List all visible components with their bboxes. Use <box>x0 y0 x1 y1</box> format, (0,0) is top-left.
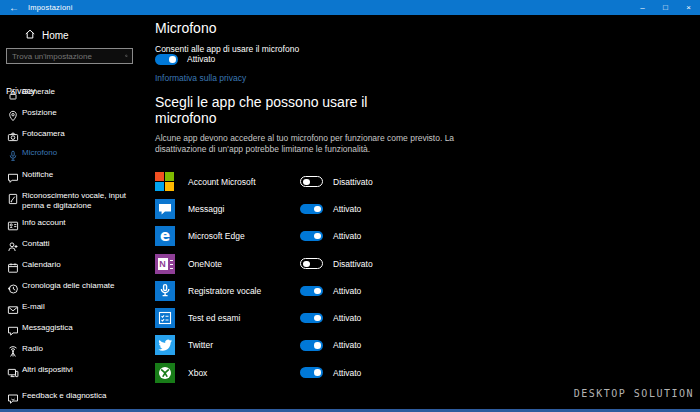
app-row-messaggi: Messaggi Attivato <box>155 195 575 222</box>
account-badge-icon <box>7 218 19 230</box>
titlebar: ← Impostazioni – □ × <box>0 0 700 15</box>
close-button[interactable]: × <box>677 0 700 15</box>
edge-browser-icon: e <box>155 226 175 246</box>
pen-tablet-icon <box>7 191 19 203</box>
take-a-test-icon <box>155 308 175 328</box>
master-toggle-label: Consenti alle app di usare il microfono <box>155 44 299 54</box>
messaging-app-icon <box>155 199 175 219</box>
sidebar-item-info-account[interactable]: Info account <box>0 218 152 228</box>
main-content: Microfono Consenti alle app di usare il … <box>155 15 695 412</box>
contacts-icon <box>7 239 19 251</box>
window-title: Impostazioni <box>28 3 73 12</box>
app-row-twitter: Twitter Attivato <box>155 332 575 359</box>
microphone-icon <box>7 148 19 160</box>
app-row-registratore-vocale: Registratore vocale Attivato <box>155 277 575 304</box>
toggle-microsoft-edge[interactable] <box>300 231 323 242</box>
sidebar-item-altri-dispositivi[interactable]: Altri dispositivi <box>0 365 152 375</box>
onenote-icon: N <box>155 254 175 274</box>
app-row-microsoft-edge: e Microsoft Edge Attivato <box>155 223 575 250</box>
back-button[interactable]: ← <box>0 0 28 15</box>
location-icon <box>7 108 19 120</box>
master-toggle-state: Attivato <box>187 54 215 64</box>
apps-section-description: Alcune app devono accedere al tuo microf… <box>155 133 463 156</box>
email-icon <box>7 302 19 314</box>
lock-icon <box>7 87 19 99</box>
microphone-master-toggle[interactable] <box>155 54 178 65</box>
sidebar: Home Privacy Generale Posizione Fotocame… <box>0 15 152 412</box>
sidebar-item-contatti[interactable]: Contatti <box>0 239 152 249</box>
search-icon <box>125 51 128 61</box>
toggle-twitter[interactable] <box>300 340 323 351</box>
watermark: DESKTOP SOLUTION <box>574 388 694 399</box>
xbox-icon <box>155 363 175 383</box>
settings-window: ← Impostazioni – □ × Home Privacy Genera… <box>0 0 700 412</box>
voice-recorder-icon <box>155 281 175 301</box>
twitter-icon <box>155 335 175 355</box>
toggle-messaggi[interactable] <box>300 204 323 215</box>
app-row-account-microsoft: Account Microsoft Disattivato <box>155 168 575 195</box>
toggle-account-microsoft[interactable] <box>300 176 323 187</box>
page-title: Microfono <box>155 20 216 36</box>
sidebar-item-posizione[interactable]: Posizione <box>0 108 152 118</box>
toggle-registratore-vocale[interactable] <box>300 286 323 297</box>
maximize-button[interactable]: □ <box>654 0 677 15</box>
home-label: Home <box>42 30 69 41</box>
sidebar-item-riconoscimento-vocale[interactable]: Riconoscimento vocale, input penna e dig… <box>0 191 152 212</box>
sidebar-item-email[interactable]: E-mail <box>0 302 152 312</box>
notifications-icon <box>7 170 19 182</box>
sidebar-item-generale[interactable]: Generale <box>0 87 152 97</box>
microsoft-logo-icon <box>155 172 175 192</box>
sidebar-item-cronologia-chiamate[interactable]: Cronologia delle chiamate <box>0 281 152 291</box>
camera-icon <box>7 129 19 141</box>
app-list: Account Microsoft Disattivato Messaggi A… <box>155 168 575 386</box>
apps-section-title: Scegli le app che possono usare il micro… <box>155 94 405 126</box>
app-row-xbox: Xbox Attivato <box>155 359 575 386</box>
calendar-icon <box>7 260 19 272</box>
devices-icon <box>7 365 19 377</box>
sidebar-item-calendario[interactable]: Calendario <box>0 260 152 270</box>
feedback-icon <box>7 391 19 403</box>
messaging-icon <box>7 323 19 335</box>
sidebar-item-radio[interactable]: Radio <box>0 344 152 354</box>
sidebar-item-messaggistica[interactable]: Messaggistica <box>0 323 152 333</box>
sidebar-item-feedback[interactable]: Feedback e diagnostica <box>0 391 152 401</box>
home-icon <box>24 28 36 42</box>
sidebar-item-notifiche[interactable]: Notifiche <box>0 170 152 180</box>
search-box <box>6 48 133 64</box>
toggle-onenote[interactable] <box>300 258 323 269</box>
toggle-xbox[interactable] <box>300 367 323 378</box>
sidebar-item-microfono[interactable]: Microfono <box>0 148 152 158</box>
minimize-button[interactable]: – <box>631 0 654 15</box>
call-history-icon <box>7 281 19 293</box>
app-row-test-ed-esami: Test ed esami Attivato <box>155 304 575 331</box>
radio-icon <box>7 344 19 356</box>
app-row-onenote: N OneNote Disattivato <box>155 250 575 277</box>
toggle-test-ed-esami[interactable] <box>300 313 323 324</box>
search-input[interactable] <box>7 52 125 61</box>
privacy-statement-link[interactable]: Informativa sulla privacy <box>155 73 246 83</box>
sidebar-item-fotocamera[interactable]: Fotocamera <box>0 129 152 139</box>
sidebar-item-home[interactable]: Home <box>24 28 69 42</box>
